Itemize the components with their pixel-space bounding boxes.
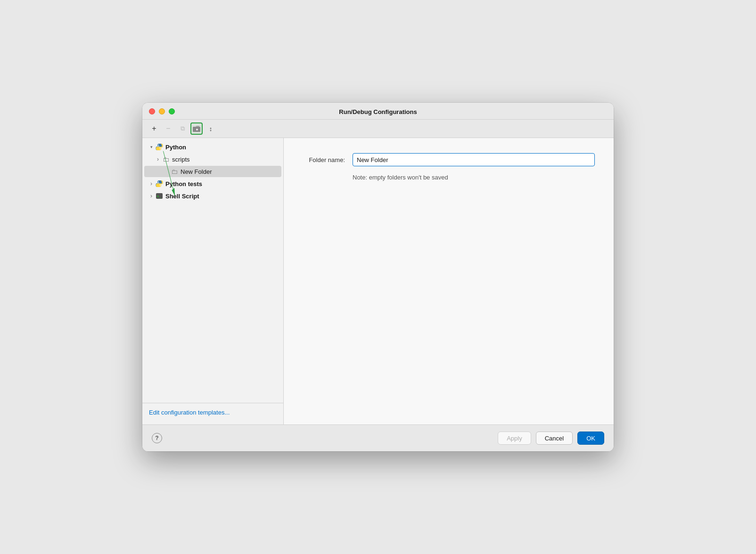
svg-point-3 [158, 145, 159, 146]
main-panel: Folder name: Note: empty folders won't b… [284, 138, 614, 424]
minimize-button[interactable] [159, 108, 165, 114]
note-text: Note: empty folders won't be saved [303, 174, 595, 181]
svg-point-4 [160, 148, 161, 149]
sort-button[interactable]: ↕ [205, 122, 217, 135]
sidebar-item-scripts[interactable]: 🗀 scripts [144, 154, 281, 165]
sidebar-item-python[interactable]: Python [144, 141, 281, 153]
run-debug-window: Run/Debug Configurations + − ⧉ ↕ [142, 103, 614, 451]
folder-scripts-icon: 🗀 [162, 155, 170, 163]
folder-name-label: Folder name: [303, 156, 345, 163]
shell-script-label: Shell Script [165, 193, 199, 200]
title-bar: Run/Debug Configurations [142, 103, 614, 120]
new-folder-label: New Folder [181, 168, 212, 175]
toolbar: + − ⧉ ↕ [142, 120, 614, 138]
folder-new-icon: 🗀 [171, 168, 178, 175]
maximize-button[interactable] [169, 108, 175, 114]
python-label: Python [165, 144, 186, 151]
python-icon [156, 143, 163, 151]
ok-button[interactable]: OK [577, 432, 604, 445]
new-folder-button[interactable] [190, 122, 203, 135]
scripts-label: scripts [172, 156, 190, 163]
svg-point-6 [160, 185, 161, 186]
sidebar: Python 🗀 scripts 🗀 New Folder [142, 138, 284, 424]
python-tests-label: Python tests [165, 180, 202, 187]
chevron-python [148, 144, 155, 150]
chevron-python-tests [148, 180, 155, 187]
content: Python 🗀 scripts 🗀 New Folder [142, 138, 614, 424]
cancel-button[interactable]: Cancel [536, 432, 573, 445]
sort-icon: ↕ [209, 125, 213, 132]
chevron-scripts [155, 156, 161, 163]
copy-button[interactable]: ⧉ [176, 122, 189, 135]
apply-button[interactable]: Apply [498, 432, 531, 445]
close-button[interactable] [149, 108, 155, 114]
traffic-lights [149, 108, 175, 114]
shell-script-icon: >_ [156, 192, 163, 200]
bottom-actions: Apply Cancel OK [498, 432, 604, 445]
svg-point-5 [158, 181, 159, 182]
copy-icon: ⧉ [181, 125, 185, 132]
sidebar-item-python-tests[interactable]: Python tests [144, 178, 281, 189]
folder-name-input[interactable] [353, 153, 595, 166]
svg-text:>_: >_ [157, 195, 161, 198]
help-button[interactable]: ? [152, 433, 162, 443]
python-tests-icon [156, 180, 163, 187]
window-title: Run/Debug Configurations [339, 108, 417, 115]
folder-name-row: Folder name: [303, 153, 595, 166]
bottom-bar: ? Apply Cancel OK [142, 424, 614, 451]
new-folder-icon [192, 124, 201, 133]
sidebar-item-new-folder[interactable]: 🗀 New Folder [144, 166, 281, 177]
minus-icon: − [166, 124, 170, 133]
edit-templates-link[interactable]: Edit configuration templates... [149, 409, 230, 416]
sidebar-item-shell-script[interactable]: >_ Shell Script [144, 190, 281, 202]
chevron-shell [148, 193, 155, 199]
add-button[interactable]: + [148, 122, 160, 135]
remove-button[interactable]: − [162, 122, 174, 135]
sidebar-footer: Edit configuration templates... [142, 403, 283, 422]
content-wrapper: Python 🗀 scripts 🗀 New Folder [142, 138, 614, 424]
plus-icon: + [152, 124, 156, 133]
